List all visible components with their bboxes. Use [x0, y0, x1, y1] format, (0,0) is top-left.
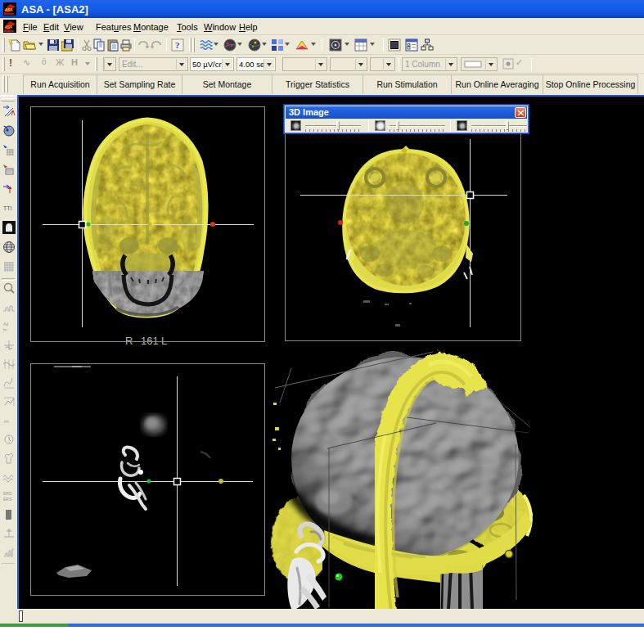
- svg-text:R: R: [125, 335, 133, 347]
- svg-text:rrr: rrr: [4, 419, 9, 424]
- svg-text:ERS: ERS: [3, 497, 12, 502]
- svg-text:161: 161: [141, 335, 159, 347]
- svg-text:Ad: Ad: [3, 322, 8, 327]
- svg-text:ASA: ASA: [5, 8, 13, 12]
- svg-text:ERD: ERD: [3, 491, 12, 496]
- svg-text:ASA: ASA: [5, 25, 12, 29]
- svg-text:L: L: [161, 335, 167, 347]
- svg-text:hr: hr: [3, 327, 7, 332]
- svg-text:TTI: TTI: [3, 205, 12, 211]
- svg-text:?: ?: [175, 40, 180, 50]
